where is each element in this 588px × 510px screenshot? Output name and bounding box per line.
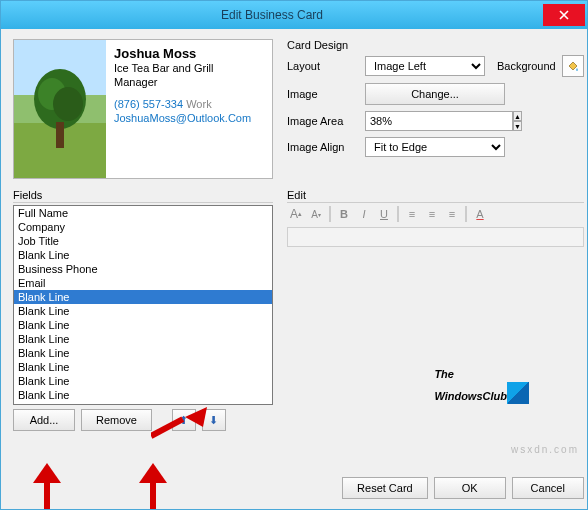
edit-section: Edit A▴ A▾ B I U ≡ ≡ ≡ A (287, 189, 584, 461)
layout-select[interactable]: Image Left (365, 56, 485, 76)
preview-name: Joshua Moss (114, 46, 251, 62)
image-area-input[interactable] (365, 111, 513, 131)
image-align-label: Image Align (287, 141, 359, 153)
spin-down-icon[interactable]: ▼ (513, 121, 522, 131)
ok-button[interactable]: OK (434, 477, 506, 499)
titlebar: Edit Business Card (1, 1, 587, 29)
fields-list-item[interactable]: Company (14, 220, 272, 234)
edit-value-input[interactable] (287, 227, 584, 247)
fields-list-item[interactable]: Blank Line (14, 332, 272, 346)
edit-header: Edit (287, 189, 584, 203)
align-right-icon[interactable]: ≡ (443, 205, 461, 223)
close-button[interactable] (543, 4, 585, 26)
underline-icon[interactable]: U (375, 205, 393, 223)
fields-section: Fields Full NameCompanyJob Title Blank L… (13, 189, 273, 461)
change-image-button[interactable]: Change... (365, 83, 505, 105)
fields-list-item[interactable]: Blank Line (14, 318, 272, 332)
close-icon (559, 10, 569, 20)
image-label: Image (287, 88, 359, 100)
fields-list-item[interactable]: Blank Line (14, 290, 272, 304)
fields-list-item[interactable]: Blank Line (14, 388, 272, 402)
cancel-button[interactable]: Cancel (512, 477, 584, 499)
paint-bucket-icon (566, 59, 580, 73)
fields-list-item[interactable]: Blank Line (14, 360, 272, 374)
italic-icon[interactable]: I (355, 205, 373, 223)
move-up-button[interactable]: ⬆ (172, 409, 196, 431)
reset-card-button[interactable]: Reset Card (342, 477, 428, 499)
dialog-window: Edit Business Card Joshua Moss Ice Tea B… (0, 0, 588, 510)
preview-title: Manager (114, 76, 251, 90)
preview-text: Joshua Moss Ice Tea Bar and Grill Manage… (106, 40, 259, 178)
logo-square-icon (507, 382, 529, 404)
preview-phone: (876) 557-334 (114, 98, 183, 110)
image-align-select[interactable]: Fit to Edge (365, 137, 505, 157)
fields-list-item[interactable]: Full Name (14, 206, 272, 220)
svg-rect-3 (56, 122, 64, 148)
arrow-down-icon: ⬇ (209, 414, 218, 427)
font-shrink-icon[interactable]: A▾ (307, 205, 325, 223)
arrow-up-icon: ⬆ (179, 414, 188, 427)
layout-label: Layout (287, 60, 359, 72)
preview-email: JoshuaMoss@Outlook.Com (114, 112, 251, 126)
tree-icon (30, 64, 90, 154)
background-label: Background (497, 60, 556, 72)
preview-image (14, 40, 106, 178)
fields-list-item[interactable]: Blank Line (14, 374, 272, 388)
fields-header: Fields (13, 189, 273, 203)
image-area-spinner[interactable]: ▲ ▼ (513, 111, 522, 131)
fields-list-item[interactable]: Business Phone (14, 262, 272, 276)
image-area-label: Image Area (287, 115, 359, 127)
card-design-section: Card Design Layout Image Left Background… (287, 39, 584, 179)
fields-list-item[interactable]: Email (14, 276, 272, 290)
dialog-footer: Reset Card OK Cancel (13, 471, 584, 499)
align-left-icon[interactable]: ≡ (403, 205, 421, 223)
preview-phone-row: (876) 557-334 Work (114, 98, 251, 112)
window-title: Edit Business Card (1, 8, 543, 22)
remove-field-button[interactable]: Remove (81, 409, 152, 431)
watermark: wsxdn.com (511, 444, 579, 455)
fields-list-item[interactable]: Blank Line (14, 346, 272, 360)
fields-list[interactable]: Full NameCompanyJob Title Blank LineBusi… (13, 205, 273, 405)
add-field-button[interactable]: Add... (13, 409, 75, 431)
svg-point-2 (53, 87, 83, 121)
fields-list-item[interactable]: Job Title (14, 234, 272, 248)
format-toolbar: A▴ A▾ B I U ≡ ≡ ≡ A (287, 205, 584, 223)
preview-phone-label: Work (186, 98, 211, 110)
bold-icon[interactable]: B (335, 205, 353, 223)
font-grow-icon[interactable]: A▴ (287, 205, 305, 223)
preview-company: Ice Tea Bar and Grill (114, 62, 251, 76)
branding-logo: The WindowsClub (434, 361, 529, 404)
card-preview: Joshua Moss Ice Tea Bar and Grill Manage… (13, 39, 273, 179)
spin-up-icon[interactable]: ▲ (513, 111, 522, 121)
move-down-button[interactable]: ⬇ (202, 409, 226, 431)
fields-list-item[interactable]: Blank Line (14, 304, 272, 318)
fields-list-item[interactable]: Blank Line (14, 248, 272, 262)
background-color-button[interactable] (562, 55, 584, 77)
font-color-icon[interactable]: A (471, 205, 489, 223)
align-center-icon[interactable]: ≡ (423, 205, 441, 223)
card-design-header: Card Design (287, 39, 584, 51)
